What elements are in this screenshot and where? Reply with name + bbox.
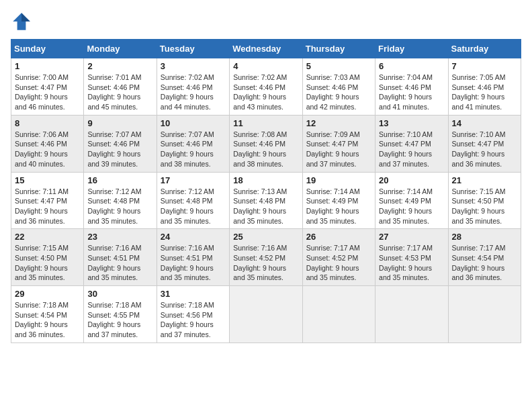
day-info: Sunrise: 7:07 AM Sunset: 4:46 PM Dayligh… [161,130,226,169]
day-number: 25 [233,232,298,242]
day-info: Sunrise: 7:07 AM Sunset: 4:46 PM Dayligh… [87,130,152,169]
day-info: Sunrise: 7:15 AM Sunset: 4:50 PM Dayligh… [452,187,517,226]
calendar-week-1: 1 Sunrise: 7:00 AM Sunset: 4:47 PM Dayli… [11,58,521,116]
day-info: Sunrise: 7:14 AM Sunset: 4:49 PM Dayligh… [379,187,444,226]
calendar-cell: 29 Sunrise: 7:18 AM Sunset: 4:54 PM Dayl… [11,286,84,343]
calendar-cell: 13 Sunrise: 7:10 AM Sunset: 4:47 PM Dayl… [375,115,448,172]
calendar-cell: 10 Sunrise: 7:07 AM Sunset: 4:46 PM Dayl… [157,115,229,172]
header-saturday: Saturday [448,40,521,58]
calendar-cell: 24 Sunrise: 7:16 AM Sunset: 4:51 PM Dayl… [157,229,229,286]
day-number: 24 [161,232,226,242]
day-info: Sunrise: 7:12 AM Sunset: 4:48 PM Dayligh… [87,187,152,226]
day-info: Sunrise: 7:18 AM Sunset: 4:55 PM Dayligh… [87,300,152,340]
day-number: 29 [15,289,80,299]
calendar-cell: 21 Sunrise: 7:15 AM Sunset: 4:50 PM Dayl… [448,172,521,229]
header-sunday: Sunday [11,40,84,58]
calendar-cell: 7 Sunrise: 7:05 AM Sunset: 4:46 PM Dayli… [448,58,521,116]
header-friday: Friday [375,40,448,58]
header-thursday: Thursday [302,40,375,58]
calendar-cell: 18 Sunrise: 7:13 AM Sunset: 4:48 PM Dayl… [230,172,302,229]
calendar-cell: 23 Sunrise: 7:16 AM Sunset: 4:51 PM Dayl… [84,229,157,286]
calendar-week-4: 22 Sunrise: 7:15 AM Sunset: 4:50 PM Dayl… [11,229,521,286]
day-number: 14 [452,118,517,128]
calendar-cell: 14 Sunrise: 7:10 AM Sunset: 4:47 PM Dayl… [448,115,521,172]
day-info: Sunrise: 7:08 AM Sunset: 4:46 PM Dayligh… [233,130,298,169]
calendar-cell [302,286,375,343]
day-number: 8 [15,118,80,128]
day-number: 19 [306,175,371,185]
calendar-cell: 3 Sunrise: 7:02 AM Sunset: 4:46 PM Dayli… [157,58,229,116]
day-info: Sunrise: 7:15 AM Sunset: 4:50 PM Dayligh… [15,243,80,283]
calendar-header: SundayMondayTuesdayWednesdayThursdayFrid… [11,40,521,58]
day-info: Sunrise: 7:16 AM Sunset: 4:51 PM Dayligh… [87,243,152,283]
day-info: Sunrise: 7:01 AM Sunset: 4:46 PM Dayligh… [87,73,152,112]
day-number: 27 [379,232,444,242]
calendar-cell: 19 Sunrise: 7:14 AM Sunset: 4:49 PM Dayl… [302,172,375,229]
calendar-cell: 26 Sunrise: 7:17 AM Sunset: 4:52 PM Dayl… [302,229,375,286]
day-number: 5 [306,61,371,71]
calendar-cell: 22 Sunrise: 7:15 AM Sunset: 4:50 PM Dayl… [11,229,84,286]
calendar-cell: 20 Sunrise: 7:14 AM Sunset: 4:49 PM Dayl… [375,172,448,229]
calendar-cell: 17 Sunrise: 7:12 AM Sunset: 4:48 PM Dayl… [157,172,229,229]
day-number: 13 [379,118,444,128]
day-number: 23 [87,232,152,242]
calendar-cell: 2 Sunrise: 7:01 AM Sunset: 4:46 PM Dayli… [84,58,157,116]
day-number: 26 [306,232,371,242]
day-number: 30 [87,289,152,299]
day-number: 15 [15,175,80,185]
day-info: Sunrise: 7:04 AM Sunset: 4:46 PM Dayligh… [379,73,444,112]
calendar-cell: 11 Sunrise: 7:08 AM Sunset: 4:46 PM Dayl… [230,115,302,172]
day-info: Sunrise: 7:02 AM Sunset: 4:46 PM Dayligh… [233,73,298,112]
day-info: Sunrise: 7:11 AM Sunset: 4:47 PM Dayligh… [15,187,80,226]
day-info: Sunrise: 7:00 AM Sunset: 4:47 PM Dayligh… [15,73,80,112]
calendar-cell: 8 Sunrise: 7:06 AM Sunset: 4:46 PM Dayli… [11,115,84,172]
calendar-cell: 28 Sunrise: 7:17 AM Sunset: 4:54 PM Dayl… [448,229,521,286]
day-info: Sunrise: 7:16 AM Sunset: 4:52 PM Dayligh… [233,243,298,283]
calendar-cell: 4 Sunrise: 7:02 AM Sunset: 4:46 PM Dayli… [230,58,302,116]
header-tuesday: Tuesday [157,40,229,58]
calendar-cell: 1 Sunrise: 7:00 AM Sunset: 4:47 PM Dayli… [11,58,84,116]
day-info: Sunrise: 7:12 AM Sunset: 4:48 PM Dayligh… [161,187,226,226]
day-info: Sunrise: 7:17 AM Sunset: 4:53 PM Dayligh… [379,243,444,283]
day-number: 10 [161,118,226,128]
day-info: Sunrise: 7:03 AM Sunset: 4:46 PM Dayligh… [306,73,371,112]
day-info: Sunrise: 7:18 AM Sunset: 4:54 PM Dayligh… [15,300,80,340]
day-info: Sunrise: 7:02 AM Sunset: 4:46 PM Dayligh… [161,73,226,112]
day-number: 3 [161,61,226,71]
calendar-cell: 9 Sunrise: 7:07 AM Sunset: 4:46 PM Dayli… [84,115,157,172]
svg-marker-1 [21,13,30,21]
calendar-cell: 31 Sunrise: 7:18 AM Sunset: 4:56 PM Dayl… [157,286,229,343]
calendar-cell [230,286,302,343]
calendar-week-5: 29 Sunrise: 7:18 AM Sunset: 4:54 PM Dayl… [11,286,521,343]
day-number: 9 [87,118,152,128]
calendar-cell: 5 Sunrise: 7:03 AM Sunset: 4:46 PM Dayli… [302,58,375,116]
day-info: Sunrise: 7:10 AM Sunset: 4:47 PM Dayligh… [452,130,517,169]
day-number: 31 [161,289,226,299]
calendar-cell: 15 Sunrise: 7:11 AM Sunset: 4:47 PM Dayl… [11,172,84,229]
calendar-body: 1 Sunrise: 7:00 AM Sunset: 4:47 PM Dayli… [11,58,521,343]
day-number: 20 [379,175,444,185]
day-info: Sunrise: 7:17 AM Sunset: 4:54 PM Dayligh… [452,243,517,283]
day-number: 1 [15,61,80,71]
day-number: 16 [87,175,152,185]
day-number: 6 [379,61,444,71]
calendar-cell: 12 Sunrise: 7:09 AM Sunset: 4:47 PM Dayl… [302,115,375,172]
day-info: Sunrise: 7:10 AM Sunset: 4:47 PM Dayligh… [379,130,444,169]
header-wednesday: Wednesday [230,40,302,58]
day-info: Sunrise: 7:09 AM Sunset: 4:47 PM Dayligh… [306,130,371,169]
calendar-week-3: 15 Sunrise: 7:11 AM Sunset: 4:47 PM Dayl… [11,172,521,229]
day-number: 7 [452,61,517,71]
calendar-week-2: 8 Sunrise: 7:06 AM Sunset: 4:46 PM Dayli… [11,115,521,172]
calendar-table: SundayMondayTuesdayWednesdayThursdayFrid… [11,39,521,343]
day-info: Sunrise: 7:17 AM Sunset: 4:52 PM Dayligh… [306,243,371,283]
calendar-cell [375,286,448,343]
day-info: Sunrise: 7:13 AM Sunset: 4:48 PM Dayligh… [233,187,298,226]
logo [11,11,35,32]
day-number: 18 [233,175,298,185]
header-monday: Monday [84,40,157,58]
day-info: Sunrise: 7:18 AM Sunset: 4:56 PM Dayligh… [161,300,226,340]
day-info: Sunrise: 7:16 AM Sunset: 4:51 PM Dayligh… [161,243,226,283]
page-header [11,11,521,32]
day-number: 2 [87,61,152,71]
calendar-cell: 27 Sunrise: 7:17 AM Sunset: 4:53 PM Dayl… [375,229,448,286]
